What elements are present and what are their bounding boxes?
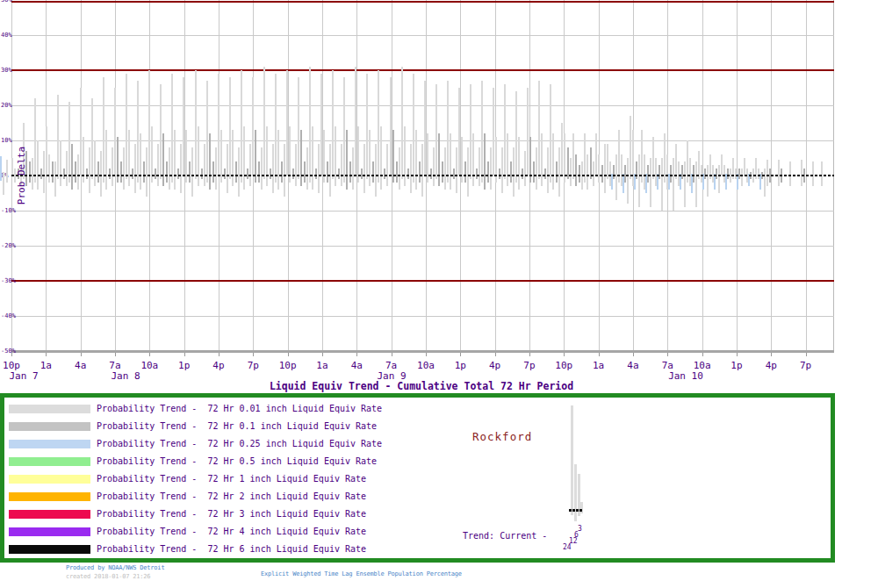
trend-bar [224, 169, 226, 179]
trend-bar [204, 144, 205, 186]
trend-bar [57, 95, 59, 179]
trend-bar [778, 160, 780, 186]
trend-bar [691, 174, 693, 193]
trend-bar [162, 133, 164, 186]
x-tick-label: 10p [270, 361, 306, 370]
trend-bar [300, 130, 302, 186]
trend-bar [518, 137, 520, 190]
threshold-line [11, 1, 834, 3]
legend-label: Probability Trend - 72 Hr 0.5 inch Liqui… [97, 457, 377, 466]
trend-bar [281, 161, 283, 183]
grid-line-horizontal [11, 140, 834, 141]
trend-bar [0, 156, 2, 181]
grid-line-horizontal [11, 35, 834, 36]
trend-bar [650, 158, 651, 207]
trend-bar [249, 144, 251, 186]
trend-bar [177, 169, 179, 179]
trend-bar [272, 144, 274, 193]
x-tick-label: 4a [63, 361, 98, 370]
legend-label: Probability Trend - 72 Hr 2 inch Liquid … [97, 492, 366, 501]
legend-label: Probability Trend - 72 Hr 6 inch Liquid … [97, 545, 366, 554]
trend-bar [140, 133, 141, 190]
trend-bar [424, 81, 426, 176]
inset-trend-bar [580, 502, 583, 513]
trend-bar [458, 88, 460, 176]
trend-bar [575, 154, 577, 186]
trend-bar [155, 169, 156, 179]
trend-bar [128, 130, 130, 186]
trend-bar [60, 140, 61, 186]
probability-trend-plot: 10p1a4a7a10a1p4p7p10p1a4a7a10a1p4p7p10p1… [0, 0, 878, 393]
trend-bar [718, 165, 720, 193]
trend-bar [252, 77, 254, 176]
footer-caption: Explicit Weighted Time Lag Ensemble Popu… [261, 570, 462, 578]
trend-bar [407, 169, 409, 179]
trend-bar [764, 169, 766, 197]
trend-bar [645, 174, 647, 193]
trend-bar [227, 144, 228, 193]
trend-bar [284, 144, 285, 197]
trend-bar [789, 161, 791, 186]
trend-bar [658, 165, 660, 179]
zero-line [11, 175, 834, 176]
y-tick-label: -40% [1, 312, 16, 319]
trend-bar [435, 84, 437, 179]
trend-bar [627, 158, 629, 204]
grid-line-horizontal [11, 246, 834, 247]
y-tick-label: -10% [1, 207, 16, 214]
trend-bar [744, 158, 745, 176]
trend-bar [143, 161, 145, 183]
threshold-line [11, 69, 834, 71]
trend-bar [341, 144, 342, 186]
x-tick-label: 1p [719, 361, 754, 370]
trend-bar [198, 126, 199, 186]
legend-label: Probability Trend - 72 Hr 3 inch Liquid … [97, 510, 366, 519]
trend-bar [32, 158, 33, 190]
trend-bar [419, 161, 421, 183]
trend-bar [552, 133, 554, 190]
trend-bar [275, 74, 277, 183]
trend-bar [652, 137, 654, 179]
trend-bar [499, 169, 500, 179]
trend-bar [137, 81, 139, 183]
x-tick-label: 1p [443, 361, 478, 370]
trend-bar [593, 161, 594, 186]
trend-bar [75, 161, 76, 183]
chart-title: Liquid Equiv Trend - Cumulative Total 72… [0, 380, 843, 392]
trend-bar [456, 147, 457, 193]
trend-bar [447, 81, 449, 183]
trend-bar [355, 67, 356, 176]
trend-bar [309, 67, 311, 183]
inset-zero-dash [576, 509, 579, 512]
trend-bar [318, 144, 320, 193]
trend-bar [6, 160, 8, 183]
trend-bar [493, 88, 494, 176]
trend-bar [195, 70, 197, 179]
trend-bar [235, 161, 237, 183]
trend-bar [738, 169, 740, 179]
lag-hour-label: 6 [574, 532, 579, 539]
trend-bar [201, 169, 203, 179]
trend-bar [675, 144, 677, 179]
trend-bar [157, 144, 159, 186]
trend-bar [524, 151, 526, 186]
trend-bar [438, 133, 440, 186]
trend-bar [636, 161, 637, 179]
trend-bar [89, 147, 90, 193]
trend-bar [673, 158, 674, 211]
trend-bar [346, 130, 348, 190]
trend-bar [229, 77, 231, 179]
trend-bar [11, 158, 13, 176]
trend-bar [94, 140, 96, 186]
trend-bar [704, 169, 706, 179]
x-tick-label: 1a [28, 361, 63, 370]
lag-hour-label: 24 [563, 544, 572, 551]
trend-current-label: Trend: Current - [463, 531, 547, 541]
trend-bar [607, 144, 608, 179]
trend-bar [315, 169, 317, 179]
x-tick-label: 1p [167, 361, 202, 370]
trend-bar [63, 169, 65, 179]
trend-bar [80, 88, 82, 176]
trend-bar [421, 144, 423, 197]
trend-bar [533, 161, 535, 183]
